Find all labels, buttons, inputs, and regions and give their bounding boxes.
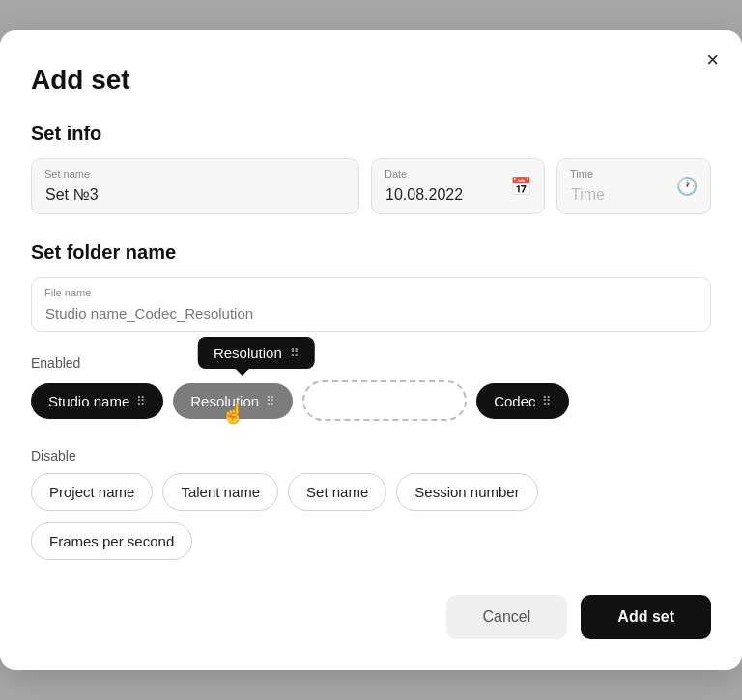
folder-input-wrap: File name (31, 277, 711, 332)
set-info-fields: Set name Date 📅 Time 🕐 (31, 158, 711, 214)
file-name-input[interactable] (31, 277, 711, 332)
disabled-tags-row: Project name Talent name Set name Sessio… (31, 473, 711, 511)
set-name-input[interactable] (31, 158, 359, 214)
set-name-tag-label: Set name (306, 484, 368, 500)
folder-section: Set folder name File name (31, 241, 711, 332)
drag-cursor-icon: ☝ (221, 402, 245, 425)
set-info-title: Set info (31, 123, 711, 145)
tag-studio-name[interactable]: Studio name ⠿ (31, 383, 163, 419)
codec-label: Codec (494, 393, 535, 409)
cancel-button[interactable]: Cancel (446, 595, 568, 639)
time-input[interactable] (556, 158, 711, 214)
disabled-section: Disable Project name Talent name Set nam… (31, 448, 711, 560)
add-set-button[interactable]: Add set (581, 595, 711, 639)
tag-project-name[interactable]: Project name (31, 473, 153, 511)
time-field: Time 🕐 (556, 158, 711, 214)
enabled-tags-row: Studio name ⠿ Resolution ⠿ Resolution ⠿ … (31, 380, 711, 421)
enabled-label: Enabled (31, 355, 711, 371)
date-input[interactable] (371, 158, 545, 214)
modal-overlay: × Add set Set info Set name Date 📅 Time … (0, 0, 742, 700)
modal-title: Add set (31, 65, 711, 96)
tag-session-number[interactable]: Session number (396, 473, 537, 511)
talent-name-label: Talent name (181, 484, 260, 500)
session-number-label: Session number (414, 484, 519, 500)
tag-set-name[interactable]: Set name (288, 473, 386, 511)
tag-frames-per-second[interactable]: Frames per second (31, 522, 192, 560)
studio-name-label: Studio name (48, 393, 129, 409)
drag-icon-resolution: ⠿ (266, 394, 275, 408)
add-set-modal: × Add set Set info Set name Date 📅 Time … (0, 30, 742, 670)
drag-icon-studio: ⠿ (136, 394, 146, 408)
folder-title: Set folder name (31, 241, 711, 264)
tag-talent-name[interactable]: Talent name (162, 473, 278, 511)
tag-codec[interactable]: Codec ⠿ (476, 383, 569, 419)
modal-footer: Cancel Add set (31, 595, 711, 639)
disabled-tags-row-2: Frames per second (31, 522, 711, 560)
drag-icon-codec: ⠿ (542, 394, 552, 408)
date-field: Date 📅 (371, 158, 545, 214)
close-button[interactable]: × (706, 49, 719, 70)
project-name-label: Project name (49, 484, 134, 500)
resolution-tag-wrap: Resolution ⠿ Resolution ⠿ ☝ (173, 383, 293, 419)
frames-per-second-label: Frames per second (49, 533, 174, 549)
enabled-section: Enabled Studio name ⠿ Resolution ⠿ Resol… (31, 355, 711, 421)
drop-zone (302, 380, 467, 421)
set-name-field: Set name (31, 158, 359, 214)
disabled-label: Disable (31, 448, 711, 463)
